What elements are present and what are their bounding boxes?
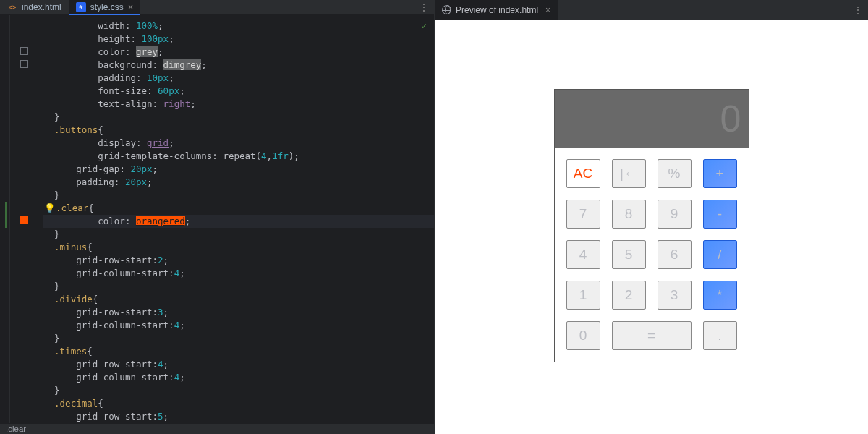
code-line[interactable]: grid-row-start:3; [43,306,434,319]
close-icon[interactable]: × [545,5,550,15]
tab-overflow-button[interactable]: ⋮ [414,0,434,14]
calc-divide-button[interactable]: / [703,240,737,269]
calc-times-button[interactable]: * [703,281,737,310]
preview-tab-label: Preview of index.html [456,5,538,15]
code-line[interactable]: text-align: right; [43,98,434,111]
diff-gutter [0,15,10,423]
code-line[interactable]: } [43,384,434,397]
calc-6-button[interactable]: 6 [658,240,692,269]
intention-bulb-icon[interactable]: 💡 [44,203,56,213]
calc-clear-button[interactable]: AC [566,159,600,188]
code-line[interactable]: color: orangered; [43,215,434,228]
preview-tabbar: Preview of index.html × ⋮ [435,0,868,20]
code-line[interactable]: 💡.clear{ [43,202,434,215]
code-line[interactable]: width: 100%; [43,20,434,33]
calc-buttons-grid: AC|←%+789-456/123*0=. [555,148,749,362]
calc-9-button[interactable]: 9 [658,200,692,229]
code-line[interactable]: font-size: 60px; [43,85,434,98]
code-line[interactable]: display: grid; [43,137,434,150]
calc-equals-button[interactable]: = [612,321,692,350]
tab-label: index.html [22,2,61,12]
calc-1-button[interactable]: 1 [566,281,600,310]
code-line[interactable]: } [43,111,434,124]
editor-pane: <> index.html # style.css × ⋮ ✓ width: 1… [0,0,434,434]
preview-overflow-button[interactable]: ⋮ [848,0,868,20]
editor-body[interactable]: ✓ width: 100%; height: 100px; color: gre… [0,15,434,423]
tab-index-html[interactable]: <> index.html [0,0,69,14]
calc-4-button[interactable]: 4 [566,240,600,269]
code-line[interactable]: background: dimgrey; [43,59,434,72]
color-swatch-icon[interactable] [20,47,28,55]
code-line[interactable]: grid-template-columns: repeat(4,1fr); [43,150,434,163]
code-line[interactable]: .minus{ [43,241,434,254]
code-line[interactable]: grid-gap: 20px; [43,163,434,176]
code-line[interactable]: grid-row-start:4; [43,358,434,371]
code-line[interactable]: } [43,332,434,345]
code-line[interactable]: grid-column-start:4; [43,267,434,280]
code-line[interactable]: } [43,228,434,241]
calc-2-button[interactable]: 2 [612,281,646,310]
preview-pane: Preview of index.html × ⋮ 0 AC|←%+789-45… [434,0,868,434]
tab-style-css[interactable]: # style.css × [69,0,141,14]
calc-percent-button[interactable]: % [658,159,692,188]
html-file-icon: <> [7,2,17,12]
code-line[interactable]: height: 100px; [43,33,434,46]
close-icon[interactable]: × [128,1,134,12]
calc-5-button[interactable]: 5 [612,240,646,269]
breadcrumb-bar[interactable]: .clear [0,423,434,434]
preview-tab[interactable]: Preview of index.html × [435,0,558,20]
globe-icon [442,5,451,14]
tab-label: style.css [90,2,124,12]
marker-gutter [10,15,39,423]
calc-8-button[interactable]: 8 [612,200,646,229]
code-line[interactable]: grid-row-start:5; [43,410,434,423]
code-line[interactable]: padding: 20px; [43,176,434,189]
calc-minus-button[interactable]: - [703,200,737,229]
editor-tabbar: <> index.html # style.css × ⋮ [0,0,434,15]
calculator: 0 AC|←%+789-456/123*0=. [554,89,749,362]
calc-backspace-button[interactable]: |← [612,159,646,188]
code-line[interactable]: padding: 10px; [43,72,434,85]
code-line[interactable]: color: grey; [43,46,434,59]
calc-display: 0 [555,90,749,148]
code-line[interactable]: .divide{ [43,293,434,306]
code-line[interactable]: .buttons{ [43,124,434,137]
code-line[interactable]: grid-row-start:2; [43,254,434,267]
code-area[interactable]: width: 100%; height: 100px; color: grey;… [39,15,434,423]
calc-7-button[interactable]: 7 [566,200,600,229]
code-line[interactable]: grid-column-start:4; [43,319,434,332]
color-swatch-icon[interactable] [20,216,28,224]
code-line[interactable]: } [43,189,434,202]
color-swatch-icon[interactable] [20,60,28,68]
backspace-icon: |← [620,166,637,182]
code-line[interactable]: .times{ [43,345,434,358]
breadcrumb: .clear [6,425,26,433]
calc-0-button[interactable]: 0 [566,321,600,350]
css-file-icon: # [76,2,86,12]
calc-decimal-button[interactable]: . [703,321,737,350]
code-line[interactable]: } [43,280,434,293]
code-line[interactable]: grid-column-start:4; [43,371,434,384]
preview-surface: 0 AC|←%+789-456/123*0=. [435,20,868,434]
calc-3-button[interactable]: 3 [658,281,692,310]
code-line[interactable]: .decimal{ [43,397,434,410]
calc-plus-button[interactable]: + [703,159,737,188]
